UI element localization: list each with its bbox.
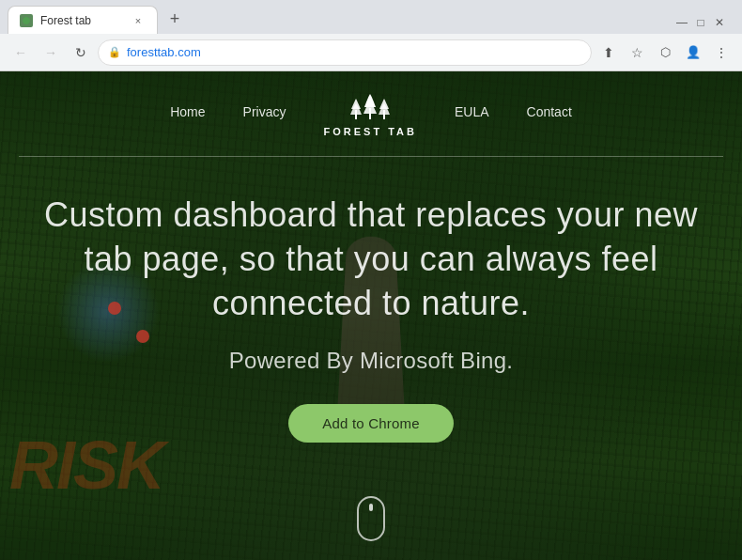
toolbar: ← → ↻ 🔒 foresttab.com ⬆ ☆ ⬡ 👤 ⋮ <box>0 34 742 71</box>
logo-area: FOREST TAB <box>304 86 435 137</box>
nav-home-link[interactable]: Home <box>151 101 224 123</box>
hero-subtitle: Powered By Microsoft Bing. <box>229 348 514 374</box>
reload-button[interactable]: ↻ <box>68 39 94 66</box>
tab-bar: Forest tab × + — □ ✕ <box>0 0 742 34</box>
hero-title: Custom dashboard that replaces your new … <box>42 194 700 325</box>
profile-button[interactable]: 👤 <box>680 39 706 66</box>
menu-button[interactable]: ⋮ <box>708 39 734 66</box>
close-window-button[interactable]: ✕ <box>712 15 727 30</box>
scroll-indicator <box>357 496 385 541</box>
address-text: foresttab.com <box>127 45 581 59</box>
logo-icon <box>347 86 394 124</box>
minimize-button[interactable]: — <box>674 15 689 30</box>
active-tab[interactable]: Forest tab × <box>8 6 158 34</box>
extensions-button[interactable]: ⬡ <box>652 39 678 66</box>
address-bar[interactable]: 🔒 foresttab.com <box>98 39 592 66</box>
scroll-dot <box>369 504 373 511</box>
new-tab-button[interactable]: + <box>162 6 188 32</box>
logo-text: FOREST TAB <box>323 126 416 137</box>
maximize-button[interactable]: □ <box>693 15 708 30</box>
nav-contact-link[interactable]: Contact <box>508 101 591 123</box>
browser-frame: Forest tab × + — □ ✕ ← → ↻ 🔒 foresttab.c… <box>0 0 742 560</box>
tab-favicon <box>20 14 33 27</box>
nav-divider <box>19 156 723 157</box>
share-button[interactable]: ⬆ <box>595 39 622 66</box>
bookmark-button[interactable]: ☆ <box>624 39 650 66</box>
site-nav: Home Privacy <box>0 71 742 152</box>
tab-close-button[interactable]: × <box>131 13 146 28</box>
hero-content: Custom dashboard that replaces your new … <box>0 175 742 461</box>
tab-title: Forest tab <box>40 14 123 27</box>
lock-icon: 🔒 <box>108 46 121 58</box>
nav-eula-link[interactable]: EULA <box>436 101 508 123</box>
nav-links-right: EULA Contact <box>436 101 591 123</box>
toolbar-actions: ⬆ ☆ ⬡ 👤 ⋮ <box>595 39 734 66</box>
nav-links-left: Home Privacy <box>151 101 304 123</box>
nav-privacy-link[interactable]: Privacy <box>224 101 305 123</box>
add-to-chrome-button[interactable]: Add to Chrome <box>288 404 453 443</box>
back-button[interactable]: ← <box>8 39 34 66</box>
webpage: RISK Home Privacy <box>0 71 742 560</box>
forward-button[interactable]: → <box>38 39 64 66</box>
